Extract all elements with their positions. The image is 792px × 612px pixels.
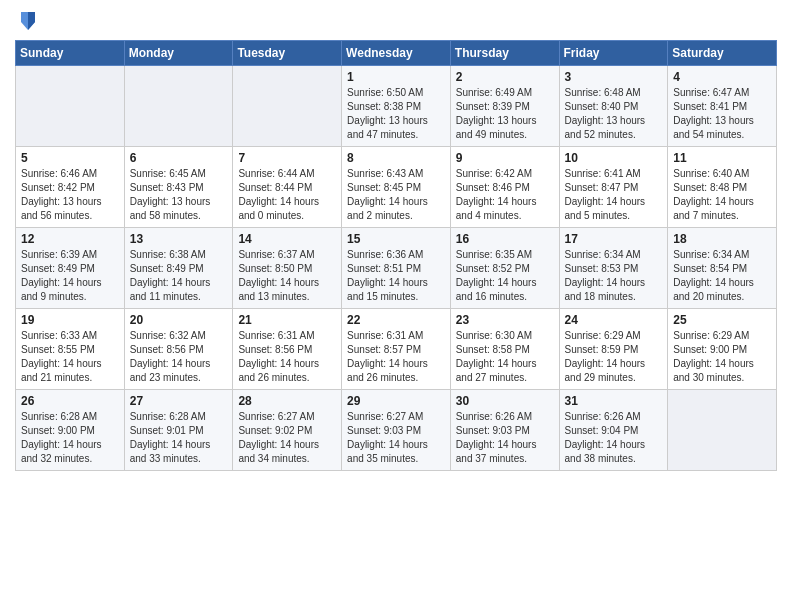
header-day-sunday: Sunday xyxy=(16,41,125,66)
day-info: Sunrise: 6:50 AM Sunset: 8:38 PM Dayligh… xyxy=(347,86,445,142)
day-number: 7 xyxy=(238,151,336,165)
day-number: 9 xyxy=(456,151,554,165)
day-info: Sunrise: 6:30 AM Sunset: 8:58 PM Dayligh… xyxy=(456,329,554,385)
header-day-wednesday: Wednesday xyxy=(342,41,451,66)
day-info: Sunrise: 6:33 AM Sunset: 8:55 PM Dayligh… xyxy=(21,329,119,385)
day-cell: 21Sunrise: 6:31 AM Sunset: 8:56 PM Dayli… xyxy=(233,309,342,390)
day-info: Sunrise: 6:29 AM Sunset: 9:00 PM Dayligh… xyxy=(673,329,771,385)
day-number: 20 xyxy=(130,313,228,327)
day-number: 8 xyxy=(347,151,445,165)
day-number: 10 xyxy=(565,151,663,165)
calendar-header: SundayMondayTuesdayWednesdayThursdayFrid… xyxy=(16,41,777,66)
day-cell: 3Sunrise: 6:48 AM Sunset: 8:40 PM Daylig… xyxy=(559,66,668,147)
day-number: 5 xyxy=(21,151,119,165)
week-row-1: 1Sunrise: 6:50 AM Sunset: 8:38 PM Daylig… xyxy=(16,66,777,147)
day-info: Sunrise: 6:37 AM Sunset: 8:50 PM Dayligh… xyxy=(238,248,336,304)
header-day-saturday: Saturday xyxy=(668,41,777,66)
page-header xyxy=(15,10,777,32)
day-number: 15 xyxy=(347,232,445,246)
day-info: Sunrise: 6:38 AM Sunset: 8:49 PM Dayligh… xyxy=(130,248,228,304)
day-info: Sunrise: 6:31 AM Sunset: 8:57 PM Dayligh… xyxy=(347,329,445,385)
day-info: Sunrise: 6:36 AM Sunset: 8:51 PM Dayligh… xyxy=(347,248,445,304)
day-cell: 9Sunrise: 6:42 AM Sunset: 8:46 PM Daylig… xyxy=(450,147,559,228)
day-info: Sunrise: 6:35 AM Sunset: 8:52 PM Dayligh… xyxy=(456,248,554,304)
day-number: 26 xyxy=(21,394,119,408)
day-info: Sunrise: 6:31 AM Sunset: 8:56 PM Dayligh… xyxy=(238,329,336,385)
day-number: 29 xyxy=(347,394,445,408)
day-cell: 2Sunrise: 6:49 AM Sunset: 8:39 PM Daylig… xyxy=(450,66,559,147)
day-number: 25 xyxy=(673,313,771,327)
day-info: Sunrise: 6:34 AM Sunset: 8:54 PM Dayligh… xyxy=(673,248,771,304)
day-number: 14 xyxy=(238,232,336,246)
day-info: Sunrise: 6:43 AM Sunset: 8:45 PM Dayligh… xyxy=(347,167,445,223)
header-day-thursday: Thursday xyxy=(450,41,559,66)
day-cell: 31Sunrise: 6:26 AM Sunset: 9:04 PM Dayli… xyxy=(559,390,668,471)
day-cell: 11Sunrise: 6:40 AM Sunset: 8:48 PM Dayli… xyxy=(668,147,777,228)
day-info: Sunrise: 6:27 AM Sunset: 9:02 PM Dayligh… xyxy=(238,410,336,466)
day-info: Sunrise: 6:27 AM Sunset: 9:03 PM Dayligh… xyxy=(347,410,445,466)
svg-marker-1 xyxy=(28,12,35,30)
day-cell: 27Sunrise: 6:28 AM Sunset: 9:01 PM Dayli… xyxy=(124,390,233,471)
day-number: 4 xyxy=(673,70,771,84)
day-info: Sunrise: 6:41 AM Sunset: 8:47 PM Dayligh… xyxy=(565,167,663,223)
week-row-2: 5Sunrise: 6:46 AM Sunset: 8:42 PM Daylig… xyxy=(16,147,777,228)
day-info: Sunrise: 6:45 AM Sunset: 8:43 PM Dayligh… xyxy=(130,167,228,223)
day-cell: 13Sunrise: 6:38 AM Sunset: 8:49 PM Dayli… xyxy=(124,228,233,309)
day-info: Sunrise: 6:47 AM Sunset: 8:41 PM Dayligh… xyxy=(673,86,771,142)
day-number: 3 xyxy=(565,70,663,84)
day-cell: 28Sunrise: 6:27 AM Sunset: 9:02 PM Dayli… xyxy=(233,390,342,471)
day-number: 30 xyxy=(456,394,554,408)
logo xyxy=(15,10,37,32)
day-cell xyxy=(16,66,125,147)
day-cell: 20Sunrise: 6:32 AM Sunset: 8:56 PM Dayli… xyxy=(124,309,233,390)
logo-icon xyxy=(19,10,37,32)
day-cell: 30Sunrise: 6:26 AM Sunset: 9:03 PM Dayli… xyxy=(450,390,559,471)
day-number: 21 xyxy=(238,313,336,327)
day-cell: 17Sunrise: 6:34 AM Sunset: 8:53 PM Dayli… xyxy=(559,228,668,309)
day-info: Sunrise: 6:49 AM Sunset: 8:39 PM Dayligh… xyxy=(456,86,554,142)
header-day-friday: Friday xyxy=(559,41,668,66)
calendar-table: SundayMondayTuesdayWednesdayThursdayFrid… xyxy=(15,40,777,471)
day-number: 31 xyxy=(565,394,663,408)
day-number: 11 xyxy=(673,151,771,165)
day-number: 19 xyxy=(21,313,119,327)
header-row: SundayMondayTuesdayWednesdayThursdayFrid… xyxy=(16,41,777,66)
day-cell: 23Sunrise: 6:30 AM Sunset: 8:58 PM Dayli… xyxy=(450,309,559,390)
day-number: 2 xyxy=(456,70,554,84)
day-number: 1 xyxy=(347,70,445,84)
header-day-tuesday: Tuesday xyxy=(233,41,342,66)
header-day-monday: Monday xyxy=(124,41,233,66)
day-cell: 5Sunrise: 6:46 AM Sunset: 8:42 PM Daylig… xyxy=(16,147,125,228)
day-info: Sunrise: 6:29 AM Sunset: 8:59 PM Dayligh… xyxy=(565,329,663,385)
day-info: Sunrise: 6:32 AM Sunset: 8:56 PM Dayligh… xyxy=(130,329,228,385)
day-info: Sunrise: 6:26 AM Sunset: 9:04 PM Dayligh… xyxy=(565,410,663,466)
day-info: Sunrise: 6:28 AM Sunset: 9:00 PM Dayligh… xyxy=(21,410,119,466)
day-cell: 16Sunrise: 6:35 AM Sunset: 8:52 PM Dayli… xyxy=(450,228,559,309)
day-cell: 24Sunrise: 6:29 AM Sunset: 8:59 PM Dayli… xyxy=(559,309,668,390)
day-number: 28 xyxy=(238,394,336,408)
day-cell: 22Sunrise: 6:31 AM Sunset: 8:57 PM Dayli… xyxy=(342,309,451,390)
day-number: 6 xyxy=(130,151,228,165)
day-cell: 4Sunrise: 6:47 AM Sunset: 8:41 PM Daylig… xyxy=(668,66,777,147)
day-number: 13 xyxy=(130,232,228,246)
day-info: Sunrise: 6:39 AM Sunset: 8:49 PM Dayligh… xyxy=(21,248,119,304)
day-cell xyxy=(233,66,342,147)
day-info: Sunrise: 6:42 AM Sunset: 8:46 PM Dayligh… xyxy=(456,167,554,223)
day-cell: 19Sunrise: 6:33 AM Sunset: 8:55 PM Dayli… xyxy=(16,309,125,390)
day-info: Sunrise: 6:34 AM Sunset: 8:53 PM Dayligh… xyxy=(565,248,663,304)
day-number: 22 xyxy=(347,313,445,327)
day-cell xyxy=(668,390,777,471)
day-cell: 7Sunrise: 6:44 AM Sunset: 8:44 PM Daylig… xyxy=(233,147,342,228)
calendar-body: 1Sunrise: 6:50 AM Sunset: 8:38 PM Daylig… xyxy=(16,66,777,471)
day-info: Sunrise: 6:48 AM Sunset: 8:40 PM Dayligh… xyxy=(565,86,663,142)
day-cell: 14Sunrise: 6:37 AM Sunset: 8:50 PM Dayli… xyxy=(233,228,342,309)
day-cell: 12Sunrise: 6:39 AM Sunset: 8:49 PM Dayli… xyxy=(16,228,125,309)
day-cell: 8Sunrise: 6:43 AM Sunset: 8:45 PM Daylig… xyxy=(342,147,451,228)
week-row-3: 12Sunrise: 6:39 AM Sunset: 8:49 PM Dayli… xyxy=(16,228,777,309)
day-cell: 1Sunrise: 6:50 AM Sunset: 8:38 PM Daylig… xyxy=(342,66,451,147)
week-row-4: 19Sunrise: 6:33 AM Sunset: 8:55 PM Dayli… xyxy=(16,309,777,390)
day-number: 17 xyxy=(565,232,663,246)
day-cell xyxy=(124,66,233,147)
day-info: Sunrise: 6:28 AM Sunset: 9:01 PM Dayligh… xyxy=(130,410,228,466)
day-cell: 10Sunrise: 6:41 AM Sunset: 8:47 PM Dayli… xyxy=(559,147,668,228)
